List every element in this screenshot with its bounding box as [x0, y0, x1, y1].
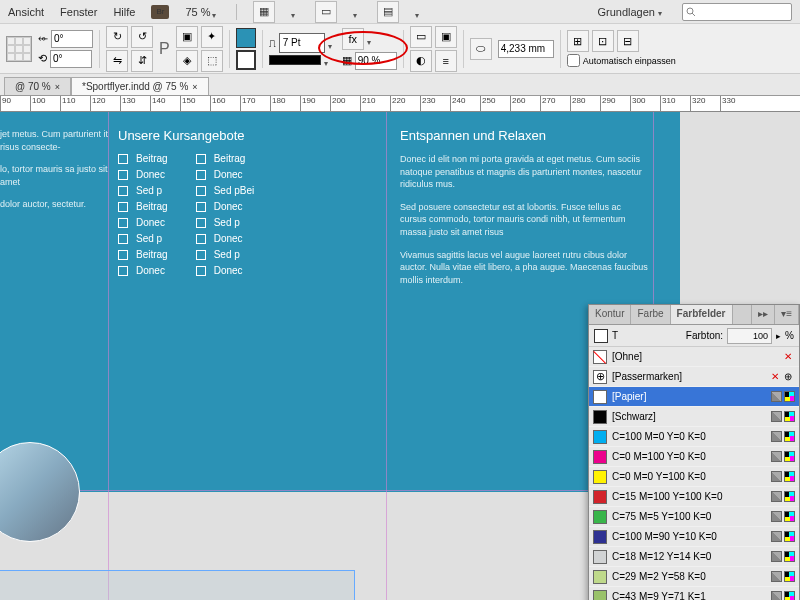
panel-menu-icon[interactable]: ▾≡: [775, 305, 799, 324]
obj-icon-1[interactable]: ◈: [176, 50, 198, 72]
text-column-2[interactable]: Unsere Kursangebote BeitragDonecSed pBei…: [118, 128, 378, 276]
stroke-weight-icon: ⎍: [269, 37, 276, 49]
flip-v-icon[interactable]: ⇵: [131, 50, 153, 72]
color-type-icon: [771, 391, 782, 402]
obj-icon-2[interactable]: ⬚: [201, 50, 223, 72]
swatch-row[interactable]: C=43 M=9 Y=71 K=1: [589, 587, 799, 600]
rotate-cw-icon[interactable]: ↻: [106, 26, 128, 48]
horizontal-ruler[interactable]: 9010011012013014015016017018019020021022…: [0, 96, 800, 112]
fx-icon[interactable]: fx: [342, 28, 364, 50]
workspace-select[interactable]: Grundlagen: [597, 6, 666, 18]
menu-fenster[interactable]: Fenster: [60, 6, 97, 18]
list-item: Sed p: [196, 249, 255, 260]
auto-fit-checkbox[interactable]: [567, 54, 580, 67]
menu-hilfe[interactable]: Hilfe: [113, 6, 135, 18]
select-content-icon[interactable]: ✦: [201, 26, 223, 48]
wrap-bbox-icon[interactable]: ▣: [435, 26, 457, 48]
wrap-none-icon[interactable]: ▭: [410, 26, 432, 48]
list-item: Donec: [196, 233, 255, 244]
tab-doc-1[interactable]: @ 70 %×: [4, 77, 71, 95]
rotate-value[interactable]: [50, 50, 92, 68]
tab-farbe[interactable]: Farbe: [631, 305, 670, 324]
cmyk-icon: [784, 551, 795, 562]
swatch-row[interactable]: [Ohne]✕: [589, 347, 799, 367]
swatch-row[interactable]: [Schwarz]: [589, 407, 799, 427]
view-options-icon[interactable]: ▦: [253, 1, 275, 23]
guide-vertical[interactable]: [386, 112, 387, 600]
tab-kontur[interactable]: Kontur: [589, 305, 631, 324]
ref-point-proxy[interactable]: [6, 36, 32, 62]
flip-h-icon[interactable]: ⇋: [106, 50, 128, 72]
panel-collapse-icon[interactable]: ▸▸: [752, 305, 775, 324]
document-canvas[interactable]: jet metus. Cum parturient it risus conse…: [0, 112, 800, 600]
list-item: Sed p: [118, 233, 168, 244]
column-heading: Entspannen und Relaxen: [400, 128, 650, 143]
text-column-3[interactable]: Entspannen und Relaxen Donec id elit non…: [400, 128, 650, 296]
swatch-row[interactable]: C=15 M=100 Y=100 K=0: [589, 487, 799, 507]
checkbox-icon: [196, 202, 206, 212]
checkbox-icon: [196, 250, 206, 260]
checkbox-icon: [196, 234, 206, 244]
menu-ansicht[interactable]: Ansicht: [8, 6, 44, 18]
checkbox-icon: [118, 154, 128, 164]
checkbox-icon: [196, 170, 206, 180]
tint-input[interactable]: [727, 328, 772, 344]
stroke-weight-input[interactable]: 7 Pt: [279, 33, 325, 53]
select-container-icon[interactable]: ▣: [176, 26, 198, 48]
p-icon[interactable]: P: [159, 40, 170, 58]
swatch-row[interactable]: C=0 M=100 Y=0 K=0: [589, 447, 799, 467]
wrap-shape-icon[interactable]: ◐: [410, 50, 432, 72]
swatch-row[interactable]: C=100 M=0 Y=0 K=0: [589, 427, 799, 447]
text-column-1[interactable]: jet metus. Cum parturient it risus conse…: [0, 128, 110, 221]
fit-content-icon[interactable]: ⊞: [567, 30, 589, 52]
swatch-row[interactable]: C=18 M=12 Y=14 K=0: [589, 547, 799, 567]
list-item: Beitrag: [118, 249, 168, 260]
swatch-row[interactable]: C=100 M=90 Y=10 K=0: [589, 527, 799, 547]
fit-prop-icon[interactable]: ⊟: [617, 30, 639, 52]
zoom-select[interactable]: 75 %: [185, 6, 220, 18]
shear-value[interactable]: [51, 30, 93, 48]
swatch-row[interactable]: C=75 M=5 Y=100 K=0: [589, 507, 799, 527]
opacity-input[interactable]: [355, 52, 397, 70]
close-icon[interactable]: ×: [55, 82, 60, 92]
bridge-icon[interactable]: Br: [151, 5, 169, 19]
fit-frame-icon[interactable]: ⊡: [592, 30, 614, 52]
corner-radius-input[interactable]: [498, 40, 554, 58]
close-icon[interactable]: ×: [192, 82, 197, 92]
list-item: Donec: [118, 217, 168, 228]
cmyk-icon: [784, 491, 795, 502]
list-item: Donec: [118, 169, 168, 180]
stroke-style-swatch[interactable]: [269, 55, 321, 65]
corner-icon[interactable]: ⬭: [470, 38, 492, 60]
arrange-icon[interactable]: ▤: [377, 1, 399, 23]
swatch-row[interactable]: [Papier]: [589, 387, 799, 407]
swatch-row[interactable]: C=29 M=2 Y=58 K=0: [589, 567, 799, 587]
list-item: Donec: [118, 265, 168, 276]
swatch-row[interactable]: C=0 M=0 Y=100 K=0: [589, 467, 799, 487]
search-input[interactable]: [682, 3, 792, 21]
checkbox-icon: [118, 170, 128, 180]
cmyk-icon: [784, 451, 795, 462]
cmyk-icon: [784, 411, 795, 422]
color-type-icon: [771, 531, 782, 542]
tab-doc-2[interactable]: *Sportflyer.indd @ 75 %×: [71, 77, 209, 95]
swatch-row[interactable]: [Passermarken]✕⊕: [589, 367, 799, 387]
fill-swatch[interactable]: [236, 28, 256, 48]
color-type-icon: [771, 411, 782, 422]
text-swatch-icon[interactable]: T: [612, 330, 618, 341]
wrap-jump-icon[interactable]: ≡: [435, 50, 457, 72]
fill-proxy-icon[interactable]: [594, 329, 608, 343]
cmyk-icon: [784, 471, 795, 482]
tab-farbfelder[interactable]: Farbfelder: [671, 305, 733, 324]
screen-mode-icon[interactable]: ▭: [315, 1, 337, 23]
rotate-ccw-icon[interactable]: ↺: [131, 26, 153, 48]
list-item: Sed p: [196, 217, 255, 228]
checkbox-icon: [196, 266, 206, 276]
selected-frame[interactable]: [0, 570, 355, 600]
stroke-swatch[interactable]: [236, 50, 256, 70]
list-item: Sed p: [118, 185, 168, 196]
checkbox-icon: [196, 218, 206, 228]
shear-icon: ⬰: [38, 32, 48, 45]
cmyk-icon: [784, 511, 795, 522]
rotate-icon: ⟲: [38, 52, 47, 65]
